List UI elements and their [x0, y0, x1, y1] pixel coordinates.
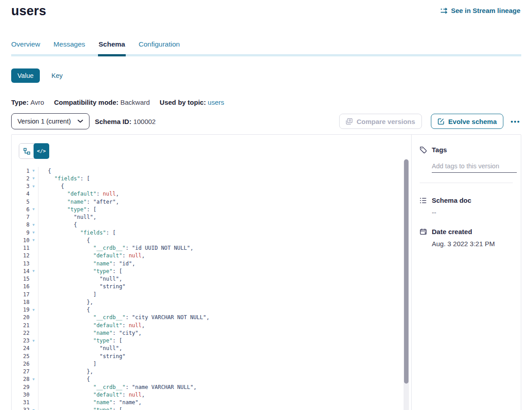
version-select[interactable]: Version 1 (current) — [11, 113, 89, 129]
tabs-underline-track — [11, 54, 521, 56]
fold-arrow-icon[interactable]: ▼ — [30, 176, 38, 180]
see-in-stream-lineage-link[interactable]: See in Stream lineage — [440, 7, 520, 14]
editor-scrollbar-track — [404, 159, 409, 410]
key-toggle-button[interactable]: Key — [51, 72, 63, 79]
fold-arrow-icon[interactable]: ▼ — [30, 308, 38, 312]
gutter: 13 — [12, 260, 38, 267]
tabs: OverviewMessagesSchemaConfiguration — [11, 40, 521, 54]
gutter: 4 — [12, 190, 38, 198]
line-number: 6 — [12, 206, 30, 213]
line-number: 12 — [12, 252, 30, 259]
code-text: "default": null, — [38, 322, 145, 329]
line-number: 17 — [12, 291, 30, 298]
code-line: 23▼ "type": [ — [12, 337, 404, 345]
copy-icon — [346, 118, 353, 125]
gutter: 25 — [12, 352, 38, 360]
line-number: 26 — [12, 361, 30, 367]
tab-bar: OverviewMessagesSchemaConfiguration — [11, 40, 521, 54]
code-text: "string" — [38, 283, 125, 290]
gutter: 29 — [12, 383, 38, 391]
compare-versions-button[interactable]: Compare versions — [339, 114, 422, 129]
code-text: "fields": [ — [38, 175, 90, 182]
schema-panel: </> 1▼{2▼ "fields": [3▼ {4 "default": nu… — [11, 134, 521, 410]
gutter: 8▼ — [12, 221, 38, 229]
code-text: ] — [38, 291, 96, 298]
fold-arrow-icon[interactable]: ▼ — [30, 231, 38, 235]
code-text: { — [38, 168, 51, 174]
code-line: 22 "name": "city", — [12, 329, 404, 337]
code-text: }, — [38, 368, 93, 375]
gutter: 2▼ — [12, 175, 38, 182]
topic-link[interactable]: users — [208, 98, 224, 106]
line-number: 8 — [12, 222, 30, 228]
tab-messages[interactable]: Messages — [54, 40, 85, 54]
tags-section-header: Tags — [420, 146, 513, 154]
schema-doc-value: -- — [432, 209, 513, 216]
code-line: 18 }, — [12, 298, 404, 306]
fold-arrow-icon[interactable]: ▼ — [30, 223, 38, 227]
gutter: 31 — [12, 399, 38, 406]
gutter: 19▼ — [12, 306, 38, 314]
code-view-icon: </> — [37, 148, 46, 154]
tab-schema[interactable]: Schema — [98, 40, 125, 54]
value-toggle-button[interactable]: Value — [11, 68, 40, 83]
fold-arrow-icon[interactable]: ▼ — [30, 408, 38, 410]
gutter: 20 — [12, 314, 38, 321]
code-line: 3▼ { — [12, 183, 404, 190]
value-key-toggle: Value Key — [11, 68, 63, 83]
schema-id: Schema ID: 100002 — [95, 118, 156, 125]
line-number: 14 — [12, 268, 30, 274]
fold-arrow-icon[interactable]: ▼ — [30, 207, 38, 211]
code-line: 2▼ "fields": [ — [12, 175, 404, 182]
date-created-value: Aug. 3 2022 3:21 PM — [432, 240, 513, 248]
meta-item: Compatibility mode: Backward — [54, 98, 150, 106]
code-line: 5 "name": "after", — [12, 198, 404, 205]
meta-item: Type: Avro — [11, 98, 44, 106]
code-view-button[interactable]: </> — [34, 143, 49, 159]
meta-value: Backward — [120, 98, 150, 106]
code-line: 8▼ { — [12, 221, 404, 229]
code-text: "default": null, — [38, 191, 119, 197]
fold-arrow-icon[interactable]: ▼ — [30, 377, 38, 381]
code-text: { — [38, 376, 90, 382]
add-tags-input[interactable] — [432, 161, 517, 173]
code-line: 30 "default": null, — [12, 391, 404, 398]
line-number: 5 — [12, 199, 30, 205]
fold-arrow-icon[interactable]: ▼ — [30, 169, 38, 173]
edit-icon — [438, 118, 444, 125]
tab-overview[interactable]: Overview — [11, 40, 40, 54]
gutter: 27 — [12, 368, 38, 376]
line-number: 13 — [12, 261, 30, 267]
tree-view-button[interactable] — [19, 144, 34, 158]
code-text: "null", — [38, 276, 122, 282]
line-number: 4 — [12, 191, 30, 197]
fold-arrow-icon[interactable]: ▼ — [30, 238, 38, 242]
code-line: 19▼ { — [12, 306, 404, 314]
schema-meta-row: Type: AvroCompatibility mode: BackwardUs… — [11, 98, 224, 106]
tag-icon — [420, 146, 427, 154]
more-options-button[interactable]: ••• — [510, 116, 521, 127]
line-number: 16 — [12, 283, 30, 290]
code-line: 27 }, — [12, 368, 404, 376]
tab-configuration[interactable]: Configuration — [139, 40, 180, 54]
code-line: 14▼ "type": [ — [12, 267, 404, 275]
code-text: { — [38, 237, 90, 243]
line-number: 24 — [12, 345, 30, 351]
fold-arrow-icon[interactable]: ▼ — [30, 339, 38, 343]
fold-arrow-icon[interactable]: ▼ — [30, 184, 38, 188]
editor-scrollbar-thumb[interactable] — [404, 159, 409, 384]
gutter: 17 — [12, 290, 38, 298]
line-number: 2 — [12, 175, 30, 182]
code-line: 6▼ "type": [ — [12, 205, 404, 213]
code-text: { — [38, 222, 77, 228]
code-line: 12 "default": null, — [12, 252, 404, 260]
evolve-schema-button[interactable]: Evolve schema — [431, 114, 503, 129]
code-line: 17 ] — [12, 290, 404, 298]
line-number: 3 — [12, 183, 30, 189]
code-text: "type": [ — [38, 407, 122, 410]
line-number: 15 — [12, 276, 30, 282]
gutter: 14▼ — [12, 267, 38, 275]
code-editor[interactable]: 1▼{2▼ "fields": [3▼ {4 "default": null,5… — [12, 167, 404, 410]
calendar-icon — [420, 228, 427, 235]
fold-arrow-icon[interactable]: ▼ — [30, 269, 38, 273]
